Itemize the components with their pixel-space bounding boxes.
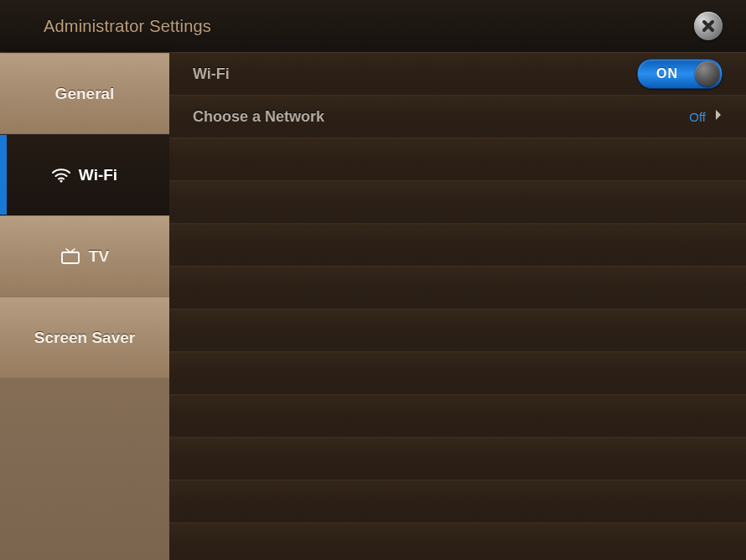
- sidebar-item-label: TV: [89, 247, 109, 266]
- row-label: Choose a Network: [193, 108, 324, 126]
- chevron-right-icon: [714, 109, 723, 124]
- sidebar-item-general[interactable]: General: [0, 53, 169, 134]
- empty-row: [169, 438, 746, 480]
- body: General Wi-Fi: [0, 53, 746, 560]
- title-bar: Administrator Settings: [0, 0, 746, 53]
- svg-point-0: [60, 179, 62, 182]
- sidebar-item-screensaver[interactable]: Screen Saver: [0, 297, 169, 378]
- svg-rect-1: [62, 252, 79, 263]
- toggle-state-label: ON: [656, 66, 678, 81]
- row-value: Off: [689, 110, 706, 124]
- empty-row: [169, 138, 746, 181]
- row-choose-network[interactable]: Choose a Network Off: [169, 96, 746, 138]
- close-icon: [701, 18, 716, 34]
- row-label: Wi-Fi: [193, 65, 230, 83]
- sidebar-item-label: Wi-Fi: [79, 166, 117, 184]
- empty-row: [169, 523, 746, 560]
- empty-row: [169, 480, 746, 523]
- empty-row: [169, 309, 746, 352]
- sidebar: General Wi-Fi: [0, 53, 169, 560]
- sidebar-item-label: Screen Saver: [34, 329, 135, 347]
- sidebar-item-label: General: [55, 85, 115, 103]
- sidebar-item-wifi[interactable]: Wi-Fi: [0, 134, 169, 215]
- tv-icon: [60, 248, 80, 265]
- row-wifi-toggle: Wi-Fi ON: [169, 53, 746, 96]
- wifi-icon: [52, 168, 70, 183]
- empty-row: [169, 224, 746, 267]
- toggle-knob: [695, 61, 720, 86]
- settings-window: Administrator Settings General: [0, 0, 746, 560]
- content-pane: Wi-Fi ON Choose a Network Off: [169, 53, 746, 560]
- close-button[interactable]: [694, 12, 723, 40]
- wifi-toggle[interactable]: ON: [637, 59, 723, 89]
- empty-row: [169, 267, 746, 309]
- empty-row: [169, 352, 746, 395]
- empty-row: [169, 395, 746, 438]
- empty-row: [169, 181, 746, 224]
- window-title: Administrator Settings: [44, 17, 211, 36]
- sidebar-item-tv[interactable]: TV: [0, 215, 169, 297]
